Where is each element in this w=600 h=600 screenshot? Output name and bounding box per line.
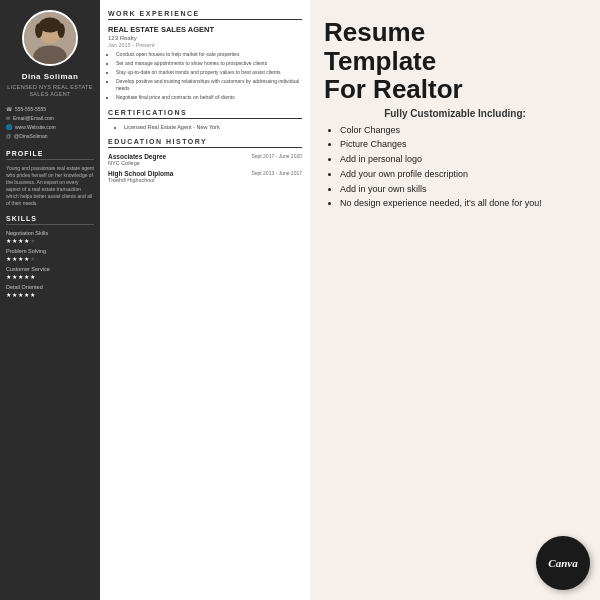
star-icon: ★ bbox=[6, 273, 11, 280]
job-company: 123 Realty bbox=[108, 35, 302, 41]
contact-section: ☎ 555-555-5555 ✉ Email@Email.com 🌐 www.W… bbox=[6, 106, 94, 142]
star-icon: ★ bbox=[24, 237, 29, 244]
feature-item: No design experience needed, it's all do… bbox=[340, 198, 586, 210]
star-icon: ★ bbox=[12, 291, 17, 298]
feature-list: Color Changes Picture Changes Add in per… bbox=[324, 125, 586, 213]
cert-item: Licensed Real Estate Agent - New York bbox=[124, 124, 302, 130]
skill-stars: ★ ★ ★ ★ ★ bbox=[6, 237, 94, 244]
star-icon: ★ bbox=[24, 273, 29, 280]
star-icon: ★ bbox=[6, 237, 11, 244]
profile-section-title: PROFILE bbox=[6, 150, 94, 160]
candidate-title: LICENSED NYS REAL ESTATE SALES AGENT bbox=[6, 84, 94, 98]
star-icon: ★ bbox=[18, 237, 23, 244]
email-text: Email@Email.com bbox=[13, 115, 54, 121]
canva-label: Canva bbox=[548, 557, 577, 569]
web-icon: 🌐 bbox=[6, 124, 12, 130]
phone-text: 555-555-5555 bbox=[15, 106, 46, 112]
subtitle: Fully Customizable Including: bbox=[324, 108, 586, 119]
star-icon: ★ bbox=[24, 255, 29, 262]
star-empty-icon: ★ bbox=[30, 255, 35, 262]
edu-date: Sept 2017 - June 2020 bbox=[251, 153, 302, 166]
edu-school: NYC College bbox=[108, 160, 166, 166]
svg-point-5 bbox=[57, 23, 64, 38]
title-line2: Template bbox=[324, 46, 436, 76]
star-icon: ★ bbox=[12, 273, 17, 280]
skill-stars: ★ ★ ★ ★ ★ bbox=[6, 255, 94, 262]
social-text: @DinaSoliman bbox=[14, 133, 47, 139]
bullet-item: Stay up-to-date on market trends and pro… bbox=[116, 69, 302, 76]
edu-school: Treehill Highschool bbox=[108, 177, 173, 183]
title-line1: Resume bbox=[324, 17, 425, 47]
star-icon: ★ bbox=[24, 291, 29, 298]
skill-stars: ★ ★ ★ ★ ★ bbox=[6, 273, 94, 280]
candidate-name: Dina Soliman bbox=[22, 72, 79, 82]
svg-point-4 bbox=[35, 23, 42, 38]
bullet-item: Negotiate final price and contracts on b… bbox=[116, 94, 302, 101]
edu-degree: High School Diploma bbox=[108, 170, 173, 177]
feature-item: Add in personal logo bbox=[340, 154, 586, 166]
skill-item: Negotiation Skills ★ ★ ★ ★ ★ bbox=[6, 230, 94, 244]
star-icon: ★ bbox=[30, 273, 35, 280]
email-icon: ✉ bbox=[6, 115, 10, 121]
skill-stars: ★ ★ ★ ★ ★ bbox=[6, 291, 94, 298]
skills-list: Negotiation Skills ★ ★ ★ ★ ★ Problem Sol… bbox=[6, 230, 94, 302]
edu-left: High School Diploma Treehill Highschool bbox=[108, 170, 173, 183]
star-icon: ★ bbox=[18, 273, 23, 280]
avatar bbox=[22, 10, 78, 66]
skill-name: Problem Solving bbox=[6, 248, 94, 254]
star-empty-icon: ★ bbox=[30, 237, 35, 244]
phone-icon: ☎ bbox=[6, 106, 12, 112]
canva-badge: Canva bbox=[536, 536, 590, 590]
bullet-item: Conduct open houses to help market for-s… bbox=[116, 51, 302, 58]
skill-item: Detail Oriented ★ ★ ★ ★ ★ bbox=[6, 284, 94, 298]
star-icon: ★ bbox=[12, 255, 17, 262]
skills-section-title: SKILLS bbox=[6, 215, 94, 225]
job-title: REAL ESTATE SALES AGENT bbox=[108, 25, 302, 34]
website-text: www.Website.com bbox=[15, 124, 56, 130]
contact-email: ✉ Email@Email.com bbox=[6, 115, 94, 121]
star-icon: ★ bbox=[18, 291, 23, 298]
education-section: EDUCATION HISTORY Associates Degree NYC … bbox=[108, 138, 302, 183]
skill-name: Negotiation Skills bbox=[6, 230, 94, 236]
contact-website: 🌐 www.Website.com bbox=[6, 124, 94, 130]
skill-name: Customer Service bbox=[6, 266, 94, 272]
feature-item: Color Changes bbox=[340, 125, 586, 137]
skill-item: Customer Service ★ ★ ★ ★ ★ bbox=[6, 266, 94, 280]
profile-description: Young and passionate real estate agent w… bbox=[6, 165, 94, 207]
job-date: Jan 2015 - Present bbox=[108, 42, 302, 48]
edu-left: Associates Degree NYC College bbox=[108, 153, 166, 166]
star-icon: ★ bbox=[30, 291, 35, 298]
bullet-item: Develop positive and trusting relationsh… bbox=[116, 78, 302, 92]
education-header: EDUCATION HISTORY bbox=[108, 138, 302, 148]
resume-sidebar: Dina Soliman LICENSED NYS REAL ESTATE SA… bbox=[0, 0, 100, 600]
feature-item: Add your own profile description bbox=[340, 169, 586, 181]
certifications-section: CERTIFICATIONS Licensed Real Estate Agen… bbox=[108, 109, 302, 130]
certifications-list: Licensed Real Estate Agent - New York bbox=[108, 124, 302, 130]
star-icon: ★ bbox=[6, 255, 11, 262]
work-experience-header: WORK EXPERIENCE bbox=[108, 10, 302, 20]
main-heading: Resume Template For Realtor bbox=[324, 18, 586, 104]
bullet-item: Set and manage appointments to show home… bbox=[116, 60, 302, 67]
feature-item: Picture Changes bbox=[340, 139, 586, 151]
contact-phone: ☎ 555-555-5555 bbox=[6, 106, 94, 112]
edu-entry: High School Diploma Treehill Highschool … bbox=[108, 170, 302, 183]
skill-item: Problem Solving ★ ★ ★ ★ ★ bbox=[6, 248, 94, 262]
edu-entry: Associates Degree NYC College Sept 2017 … bbox=[108, 153, 302, 166]
contact-social: @ @DinaSoliman bbox=[6, 133, 94, 139]
edu-date: Sept 2013 - June 2017 bbox=[251, 170, 302, 183]
title-line3: For Realtor bbox=[324, 74, 463, 104]
edu-degree: Associates Degree bbox=[108, 153, 166, 160]
resume-panel: Dina Soliman LICENSED NYS REAL ESTATE SA… bbox=[0, 0, 310, 600]
right-panel: Resume Template For Realtor Fully Custom… bbox=[310, 0, 600, 600]
social-icon: @ bbox=[6, 133, 11, 139]
star-icon: ★ bbox=[6, 291, 11, 298]
job-bullets: Conduct open houses to help market for-s… bbox=[108, 51, 302, 101]
skill-name: Detail Oriented bbox=[6, 284, 94, 290]
resume-main: WORK EXPERIENCE REAL ESTATE SALES AGENT … bbox=[100, 0, 310, 600]
star-icon: ★ bbox=[18, 255, 23, 262]
star-icon: ★ bbox=[12, 237, 17, 244]
certifications-header: CERTIFICATIONS bbox=[108, 109, 302, 119]
feature-item: Add in your own skills bbox=[340, 184, 586, 196]
work-experience-section: WORK EXPERIENCE REAL ESTATE SALES AGENT … bbox=[108, 10, 302, 101]
